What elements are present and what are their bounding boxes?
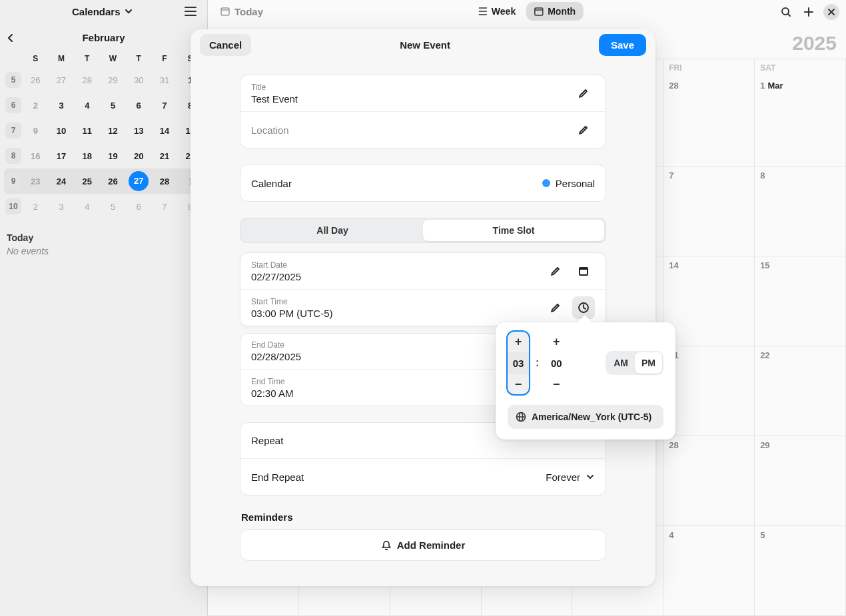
- mini-day[interactable]: 5: [111, 101, 115, 111]
- mini-day[interactable]: 20: [134, 151, 143, 161]
- start-time-row[interactable]: Start Time 03:00 PM (UTC-5): [240, 290, 606, 326]
- month-cell[interactable]: 4: [663, 526, 755, 616]
- timezone-button[interactable]: America/New_York (UTC-5): [508, 405, 663, 429]
- mini-day[interactable]: 19: [108, 151, 117, 161]
- mini-day[interactable]: 3: [59, 202, 63, 212]
- minute-value[interactable]: 00: [546, 352, 567, 374]
- mini-day[interactable]: 5: [111, 202, 115, 212]
- time-colon: :: [536, 357, 539, 369]
- hour-increment-button[interactable]: +: [508, 332, 529, 352]
- month-cell[interactable]: 5: [755, 526, 846, 616]
- month-cell[interactable]: 15: [755, 256, 846, 346]
- mini-day[interactable]: 28: [83, 75, 92, 85]
- month-view-button[interactable]: Month: [526, 2, 584, 21]
- search-button[interactable]: [778, 4, 794, 20]
- edit-title-button[interactable]: [572, 82, 595, 105]
- month-cell[interactable]: 28: [663, 77, 755, 166]
- mini-week-row: 92324252627281: [4, 168, 203, 194]
- month-cell[interactable]: 21: [663, 346, 755, 436]
- minute-decrement-button[interactable]: −: [546, 374, 567, 394]
- hour-value[interactable]: 03: [508, 352, 529, 374]
- mini-day[interactable]: 4: [85, 202, 89, 212]
- close-button[interactable]: [823, 4, 839, 20]
- mini-day[interactable]: 12: [108, 126, 117, 136]
- mini-day[interactable]: 10: [57, 126, 66, 136]
- end-repeat-row[interactable]: End Repeat Forever: [240, 459, 606, 495]
- mini-day[interactable]: 6: [137, 202, 141, 212]
- mini-day[interactable]: 2: [33, 101, 38, 111]
- calendar-picker-row[interactable]: Calendar Personal: [240, 165, 606, 201]
- chevron-down-icon: [586, 472, 595, 481]
- week-number: 8: [5, 148, 21, 164]
- svg-rect-0: [221, 8, 229, 15]
- week-number: 10: [5, 198, 21, 214]
- start-date-row[interactable]: Start Date 02/27/2025: [240, 253, 606, 290]
- mini-day[interactable]: 21: [160, 151, 169, 161]
- mini-day[interactable]: 17: [57, 151, 66, 161]
- all-day-option[interactable]: All Day: [242, 220, 423, 241]
- week-view-button[interactable]: Week: [470, 2, 524, 21]
- prev-month-button[interactable]: [5, 33, 16, 43]
- pm-option[interactable]: PM: [635, 352, 662, 374]
- mini-day[interactable]: 30: [134, 75, 143, 85]
- end-time-label: End Time: [251, 377, 293, 386]
- today-button[interactable]: Today: [214, 3, 268, 20]
- mini-day[interactable]: 16: [31, 151, 40, 161]
- mini-day[interactable]: 29: [108, 75, 117, 85]
- edit-start-date-button[interactable]: [544, 260, 567, 282]
- mini-day[interactable]: 26: [31, 75, 40, 85]
- bell-icon: [381, 540, 392, 551]
- add-button[interactable]: [801, 4, 817, 20]
- month-cell[interactable]: 22: [755, 346, 846, 436]
- edit-start-time-button[interactable]: [544, 296, 567, 319]
- time-spinner-row: + 03 − : + 00 − AM PM: [508, 332, 663, 394]
- mini-day[interactable]: 28: [160, 176, 169, 186]
- hamburger-icon[interactable]: [185, 7, 197, 16]
- start-date-value: 02/27/2025: [251, 271, 301, 282]
- add-reminder-button[interactable]: Add Reminder: [240, 529, 606, 561]
- week-icon: [478, 7, 488, 16]
- mini-day[interactable]: 7: [162, 101, 167, 111]
- title-field[interactable]: Title Test Event: [240, 75, 606, 112]
- mini-day[interactable]: 23: [31, 176, 40, 186]
- mini-week-row: 62345678: [4, 93, 203, 118]
- month-cell[interactable]: 1Mar: [755, 77, 846, 166]
- mini-day[interactable]: 9: [33, 126, 38, 136]
- start-date-picker-button[interactable]: [572, 260, 595, 282]
- mini-day[interactable]: 13: [134, 126, 143, 136]
- month-cell[interactable]: 14: [663, 256, 755, 346]
- mini-day[interactable]: 14: [160, 126, 169, 136]
- mini-day[interactable]: 26: [108, 176, 117, 186]
- month-cell[interactable]: 29: [755, 436, 846, 526]
- mini-week-row: 816171819202122: [4, 143, 203, 168]
- mini-day[interactable]: 3: [59, 101, 63, 111]
- mini-day[interactable]: 18: [83, 151, 92, 161]
- time-slot-option[interactable]: Time Slot: [423, 220, 604, 241]
- mini-day[interactable]: 6: [137, 101, 141, 111]
- mini-day[interactable]: 24: [57, 176, 66, 186]
- mini-day[interactable]: 11: [83, 126, 92, 136]
- mini-day[interactable]: 31: [160, 75, 169, 85]
- modal-title: New Event: [400, 39, 450, 51]
- location-field[interactable]: Location: [240, 112, 606, 148]
- mini-day[interactable]: 27: [57, 75, 66, 85]
- clock-icon: [578, 302, 590, 314]
- mini-day[interactable]: 2: [33, 202, 38, 212]
- am-option[interactable]: AM: [607, 352, 635, 374]
- save-button[interactable]: Save: [599, 34, 646, 56]
- start-time-value: 03:00 PM (UTC-5): [251, 308, 333, 319]
- mini-day[interactable]: 27: [129, 171, 149, 191]
- cancel-button[interactable]: Cancel: [200, 34, 251, 56]
- month-cell[interactable]: 8: [755, 166, 846, 256]
- month-cell[interactable]: 28: [663, 436, 755, 526]
- mini-day[interactable]: 25: [83, 176, 92, 186]
- calendars-dropdown[interactable]: Calendars: [72, 6, 133, 17]
- month-cell[interactable]: 7: [663, 166, 755, 256]
- hour-decrement-button[interactable]: −: [508, 374, 529, 394]
- edit-location-button[interactable]: [572, 119, 595, 141]
- end-date-label: End Date: [251, 340, 301, 350]
- mini-day[interactable]: 7: [162, 202, 167, 212]
- minute-increment-button[interactable]: +: [546, 332, 567, 352]
- no-events-text: No events: [7, 246, 201, 256]
- mini-day[interactable]: 4: [85, 101, 89, 111]
